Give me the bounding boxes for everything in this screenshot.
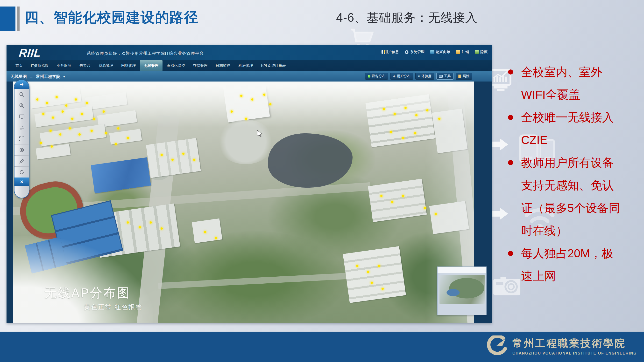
palette-collapse-button[interactable]: ➜ bbox=[14, 80, 29, 89]
ap-dot bbox=[215, 237, 217, 239]
ap-dot bbox=[62, 110, 64, 113]
fullscreen-tool-button[interactable] bbox=[14, 133, 29, 144]
ap-dot bbox=[269, 103, 272, 105]
ap-dot bbox=[414, 132, 416, 134]
tools-icon bbox=[439, 75, 442, 78]
locate-tool-button[interactable] bbox=[14, 144, 29, 155]
overview-minimap[interactable] bbox=[437, 266, 486, 315]
user-icon bbox=[382, 50, 383, 54]
campus-map[interactable]: 无线AP分布图 黄色正常 红色报警 bbox=[13, 82, 474, 323]
ap-dot bbox=[102, 110, 105, 113]
building bbox=[109, 129, 142, 145]
ap-dot bbox=[127, 137, 129, 139]
ap-dot bbox=[402, 195, 404, 197]
device-distribution-button[interactable]: 设备分布 bbox=[365, 73, 388, 80]
config-wizard-button[interactable]: 配置向导 bbox=[430, 50, 450, 54]
map-label-title: 无线AP分布图 bbox=[44, 285, 142, 302]
search-tool-button[interactable] bbox=[14, 89, 29, 100]
hide-icon bbox=[475, 50, 479, 54]
nav-network[interactable]: 网络管理 bbox=[117, 60, 140, 71]
nav-business[interactable]: 业务服务 bbox=[53, 60, 75, 71]
nav-kpi-reports[interactable]: KPI & 统计报表 bbox=[257, 60, 290, 71]
building bbox=[368, 179, 427, 222]
page-title: 四、智能化校园建设的路径 bbox=[25, 8, 198, 27]
ap-dot bbox=[415, 114, 418, 116]
app-window: RIIL 系统管理员您好，欢迎使用常州工程学院IT综合业务管理平台 用户信息 系… bbox=[6, 45, 492, 323]
nav-home[interactable]: 首页 bbox=[11, 60, 27, 71]
ap-dot bbox=[367, 271, 369, 273]
ap-dot bbox=[115, 143, 117, 145]
ap-dot bbox=[356, 265, 358, 267]
user-info-button[interactable]: 用户信息 bbox=[382, 50, 399, 54]
ap-dot bbox=[127, 221, 129, 224]
ap-dot bbox=[251, 98, 253, 101]
ap-dot bbox=[93, 118, 95, 120]
nav-alerts[interactable]: 告警台 bbox=[75, 60, 94, 71]
building bbox=[192, 218, 222, 243]
ap-dot bbox=[230, 110, 233, 113]
nav-it-health[interactable]: IT健康指数 bbox=[27, 60, 53, 71]
ap-dot bbox=[50, 130, 52, 132]
ap-dot bbox=[90, 130, 93, 132]
ap-dot bbox=[404, 107, 407, 109]
ap-dot bbox=[371, 282, 373, 284]
key-points-list: 全校室内、室外WIFI全覆盖 全校唯一无线接入CZIE 教师用户所有设备支持无感… bbox=[507, 61, 622, 287]
riil-logo: RIIL bbox=[18, 46, 42, 59]
breadcrumb-root[interactable]: 无线星图 bbox=[10, 74, 27, 79]
app-header: RIIL 系统管理员您好，欢迎使用常州工程学院IT综合业务管理平台 用户信息 系… bbox=[6, 45, 492, 60]
nav-storage[interactable]: 存储管理 bbox=[189, 60, 212, 71]
building bbox=[36, 144, 70, 160]
ap-dot bbox=[424, 207, 426, 209]
map-tool-palette: ➜ ✕ bbox=[14, 80, 30, 198]
hide-button[interactable]: 隐藏 bbox=[475, 50, 488, 54]
wizard-icon bbox=[430, 50, 434, 54]
list-item: 教师用户所有设备支持无感知、免认证（最多5个设备同时在线） bbox=[507, 152, 622, 242]
ap-dot bbox=[36, 98, 38, 101]
zoom-in-icon bbox=[18, 103, 25, 109]
screen-tool-button[interactable] bbox=[14, 111, 29, 122]
ap-dot bbox=[81, 113, 83, 115]
properties-button[interactable]: 属性 bbox=[456, 73, 472, 80]
haze-overlay bbox=[13, 82, 474, 127]
breadcrumb-current[interactable]: 常州工程学院 bbox=[36, 74, 60, 79]
ap-dot bbox=[435, 213, 437, 215]
ap-dot bbox=[160, 154, 163, 156]
user-distribution-button[interactable]: ✚用户分布 bbox=[390, 73, 413, 80]
welcome-text: 系统管理员您好，欢迎使用常州工程学院IT综合业务管理平台 bbox=[87, 51, 204, 56]
nav-wireless-active[interactable]: 无线管理 bbox=[140, 60, 162, 71]
zoom-in-tool-button[interactable] bbox=[14, 100, 29, 111]
ap-dot bbox=[139, 226, 141, 228]
system-manage-button[interactable]: 系统管理 bbox=[405, 50, 424, 54]
tools-button[interactable]: 工具 bbox=[436, 73, 454, 80]
refresh-tool-button[interactable] bbox=[14, 167, 29, 178]
school-name-en: CHANGZHOU VOCATIONAL INSTITUTE OF ENGINE… bbox=[512, 351, 637, 356]
palette-close-button[interactable]: ✕ bbox=[14, 178, 29, 186]
nav-machine-room[interactable]: 机房管理 bbox=[234, 60, 257, 71]
title-decoration-bar bbox=[18, 6, 20, 31]
document-icon bbox=[458, 75, 461, 78]
plus-icon: ✚ bbox=[393, 75, 396, 78]
ap-dot bbox=[382, 288, 384, 290]
ap-dot bbox=[86, 102, 88, 104]
ap-dot bbox=[52, 117, 54, 119]
ap-dot bbox=[182, 153, 184, 155]
swap-tool-button[interactable] bbox=[14, 122, 29, 133]
nav-resources[interactable]: 资源管理 bbox=[94, 60, 117, 71]
green-status-icon bbox=[368, 75, 370, 78]
edit-tool-button[interactable] bbox=[14, 155, 29, 167]
chevron-down-icon[interactable]: ▼ bbox=[63, 75, 66, 78]
ap-dot bbox=[150, 221, 152, 224]
experience-button[interactable]: ♥体验度 bbox=[415, 73, 434, 80]
nav-virtualization[interactable]: 虚拟化监控 bbox=[162, 60, 189, 71]
ap-dot bbox=[394, 113, 396, 115]
building bbox=[146, 138, 201, 178]
slide-footer: 常州工程職業技術學院 CHANGZHOU VOCATIONAL INSTITUT… bbox=[0, 332, 644, 362]
logout-button[interactable]: 注销 bbox=[456, 50, 469, 54]
ap-dot bbox=[193, 159, 195, 161]
monitor-icon bbox=[18, 114, 25, 120]
breadcrumb: 无线星图 → 常州工程学院 ▼ bbox=[10, 74, 66, 79]
list-item: 全校室内、室外WIFI全覆盖 bbox=[507, 61, 622, 106]
nav-logs[interactable]: 日志监控 bbox=[212, 60, 234, 71]
ap-dot bbox=[426, 109, 428, 111]
list-item: 全校唯一无线接入CZIE bbox=[507, 106, 622, 152]
